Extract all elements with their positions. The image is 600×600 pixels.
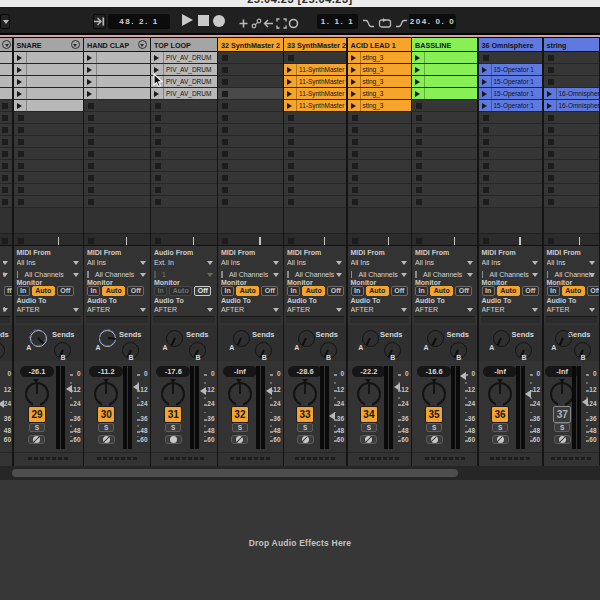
stop-all-clips-button[interactable] bbox=[483, 238, 489, 244]
clip-slot[interactable] bbox=[544, 112, 599, 124]
clip-stop-button[interactable] bbox=[222, 127, 228, 133]
clip[interactable]: 15-Operator 1 bbox=[479, 88, 543, 99]
monitor-off-button[interactable]: Off bbox=[522, 286, 539, 296]
monitor-auto-button[interactable]: Auto bbox=[430, 286, 453, 296]
clip-slot[interactable] bbox=[0, 160, 12, 172]
monitor-off-button[interactable]: Off bbox=[391, 286, 408, 296]
monitor-off-button[interactable]: Off bbox=[327, 286, 344, 296]
clip[interactable] bbox=[84, 64, 150, 75]
input-chooser[interactable]: Ext. In bbox=[154, 258, 214, 267]
clip-slot[interactable] bbox=[218, 76, 283, 88]
input-chooser[interactable]: All Ins bbox=[287, 258, 343, 267]
clip-slot[interactable]: sting_3 bbox=[348, 76, 411, 88]
send-b-knob[interactable] bbox=[0, 342, 5, 359]
monitor-auto-button[interactable]: Auto bbox=[302, 286, 325, 296]
clip-stop-button[interactable] bbox=[155, 103, 161, 109]
clip-slot[interactable] bbox=[479, 136, 543, 148]
clip[interactable] bbox=[412, 52, 477, 63]
clip-slot[interactable] bbox=[479, 172, 543, 184]
clip-slot[interactable]: 11-SynthMaster bbox=[284, 64, 346, 76]
clip-slot[interactable] bbox=[412, 88, 477, 100]
stop-all-clips-button[interactable] bbox=[548, 238, 554, 244]
clip-stop-button[interactable] bbox=[88, 115, 94, 121]
clip-play-icon[interactable] bbox=[351, 103, 356, 109]
clip-slot[interactable] bbox=[412, 172, 477, 184]
loop-button[interactable] bbox=[377, 17, 392, 30]
clip-stop-button[interactable] bbox=[18, 175, 24, 181]
clip-slot[interactable]: sting_3 bbox=[348, 100, 411, 112]
clip[interactable]: sting_3 bbox=[348, 64, 411, 75]
clip-stop-button[interactable] bbox=[416, 115, 422, 121]
punch-out-button[interactable] bbox=[394, 17, 408, 30]
solo-button[interactable]: S bbox=[297, 423, 313, 432]
clip-slot[interactable] bbox=[218, 124, 283, 136]
clip-slot[interactable] bbox=[84, 76, 150, 88]
clip-play-icon[interactable] bbox=[287, 79, 292, 85]
clip-slot[interactable] bbox=[479, 184, 543, 196]
clip-stop-button[interactable] bbox=[483, 55, 489, 61]
clip-stop-button[interactable] bbox=[18, 163, 24, 169]
monitor-in-button[interactable]: In bbox=[221, 286, 234, 296]
monitor-off-button[interactable]: Off bbox=[587, 286, 599, 296]
clip-slot[interactable] bbox=[218, 160, 283, 172]
clip-stop-button[interactable] bbox=[18, 115, 24, 121]
clip[interactable] bbox=[0, 88, 12, 99]
clip-slot[interactable] bbox=[0, 76, 12, 88]
stop-button[interactable] bbox=[198, 15, 209, 26]
output-chooser[interactable]: AFTER bbox=[547, 305, 596, 314]
track-header-hand-clap[interactable]: HAND CLAP bbox=[84, 38, 150, 51]
clip-slot[interactable]: 16-Omnisphere bbox=[544, 100, 599, 112]
clip-slot[interactable] bbox=[14, 88, 83, 100]
clip-slot[interactable] bbox=[348, 112, 411, 124]
clip-stop-button[interactable] bbox=[155, 127, 161, 133]
track-activator-button[interactable]: 33 bbox=[296, 406, 314, 423]
clip-play-icon[interactable] bbox=[415, 79, 420, 85]
clip-stop-button[interactable] bbox=[2, 103, 8, 109]
clip-stop-button[interactable] bbox=[2, 199, 8, 205]
clip-stop-button[interactable] bbox=[18, 139, 24, 145]
monitor-in-button[interactable]: In bbox=[482, 286, 495, 296]
clip-stop-button[interactable] bbox=[88, 175, 94, 181]
output-chooser[interactable]: AFTER bbox=[87, 305, 147, 314]
clip-slot[interactable] bbox=[348, 196, 411, 208]
clip-slot[interactable] bbox=[412, 160, 477, 172]
clip-stop-button[interactable] bbox=[416, 103, 422, 109]
stop-all-clips-button[interactable] bbox=[352, 238, 358, 244]
meter-peak-display[interactable]: -28.6 bbox=[288, 366, 322, 377]
clip-stop-button[interactable] bbox=[548, 175, 554, 181]
track-activator-button[interactable]: 34 bbox=[360, 406, 378, 423]
clip-play-icon[interactable] bbox=[547, 103, 552, 109]
clip-stop-button[interactable] bbox=[18, 127, 24, 133]
clip-slot[interactable] bbox=[84, 100, 150, 112]
solo-button[interactable]: S bbox=[232, 423, 248, 432]
monitor-in-button[interactable]: In bbox=[547, 286, 560, 296]
clip-stop-button[interactable] bbox=[88, 187, 94, 193]
clip-stop-button[interactable] bbox=[222, 91, 228, 97]
monitor-off-button[interactable]: Off bbox=[261, 286, 278, 296]
loop-length-display[interactable]: 204. 0. 0 bbox=[409, 14, 456, 29]
clip-stop-button[interactable] bbox=[88, 127, 94, 133]
send-a-knob[interactable] bbox=[493, 330, 510, 347]
send-a-knob[interactable] bbox=[298, 330, 315, 347]
volume-fader-handle[interactable] bbox=[394, 383, 400, 391]
track-header-bassline[interactable]: BASSLINE bbox=[412, 38, 477, 51]
clip-slot[interactable] bbox=[544, 148, 599, 160]
solo-button[interactable]: S bbox=[165, 423, 181, 432]
clip-stop-button[interactable] bbox=[548, 115, 554, 121]
output-chooser[interactable]: AFTER bbox=[482, 305, 540, 314]
clip-slot[interactable] bbox=[151, 160, 217, 172]
clip-stop-button[interactable] bbox=[288, 115, 294, 121]
clip-stop-button[interactable] bbox=[548, 67, 554, 73]
clip-slot[interactable] bbox=[412, 76, 477, 88]
clip-stop-button[interactable] bbox=[416, 187, 422, 193]
track-header-33-synthmaster-2[interactable]: 33 SynthMaster 2 bbox=[284, 38, 346, 51]
solo-button[interactable]: S bbox=[29, 423, 45, 432]
clip-slot[interactable] bbox=[284, 124, 346, 136]
track-fold-icon[interactable] bbox=[2, 40, 11, 49]
clip-stop-button[interactable] bbox=[155, 151, 161, 157]
track-activator-button[interactable]: 32 bbox=[231, 406, 249, 423]
track-activator-button[interactable]: 37 bbox=[553, 406, 571, 423]
clip-stop-button[interactable] bbox=[18, 151, 24, 157]
clip[interactable] bbox=[412, 76, 477, 87]
clip-slot[interactable] bbox=[14, 196, 83, 208]
